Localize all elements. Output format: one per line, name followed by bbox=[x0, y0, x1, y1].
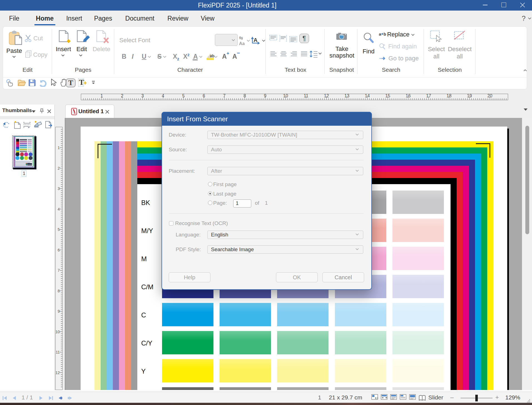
svg-text:ab: ab bbox=[210, 54, 214, 58]
svg-text:6: 6 bbox=[58, 248, 60, 252]
svg-text:13: 13 bbox=[344, 94, 349, 98]
svg-text:7: 7 bbox=[58, 268, 60, 273]
svg-text:14: 14 bbox=[365, 94, 370, 98]
svg-text:5: 5 bbox=[182, 94, 185, 98]
svg-text:9: 9 bbox=[264, 94, 267, 98]
svg-text:10: 10 bbox=[283, 94, 288, 98]
svg-text:12: 12 bbox=[324, 94, 329, 98]
svg-text:4: 4 bbox=[58, 207, 60, 211]
svg-text:9: 9 bbox=[58, 309, 60, 313]
svg-text:3: 3 bbox=[58, 186, 60, 191]
svg-text:1: 1 bbox=[58, 145, 60, 150]
svg-text:7: 7 bbox=[223, 94, 226, 98]
svg-text:12: 12 bbox=[56, 371, 60, 375]
svg-text:10: 10 bbox=[56, 330, 60, 334]
svg-text:3: 3 bbox=[141, 94, 144, 98]
svg-text:2: 2 bbox=[121, 94, 123, 98]
svg-text:8: 8 bbox=[243, 94, 246, 98]
svg-text:8: 8 bbox=[58, 289, 60, 293]
svg-text:6: 6 bbox=[203, 94, 205, 98]
svg-text:5: 5 bbox=[58, 227, 60, 232]
svg-text:1: 1 bbox=[101, 94, 103, 98]
svg-text:4: 4 bbox=[162, 94, 164, 98]
svg-text:b: b bbox=[384, 32, 386, 36]
svg-text:20: 20 bbox=[488, 94, 493, 98]
svg-text:11: 11 bbox=[304, 94, 309, 98]
svg-text:2: 2 bbox=[58, 166, 60, 171]
svg-text:15: 15 bbox=[385, 94, 390, 98]
svg-text:16: 16 bbox=[406, 94, 411, 98]
svg-text:18: 18 bbox=[447, 94, 452, 98]
svg-text:1:1: 1:1 bbox=[375, 397, 378, 399]
svg-text:11: 11 bbox=[56, 350, 60, 354]
svg-text:19: 19 bbox=[467, 94, 472, 98]
svg-text:17: 17 bbox=[426, 94, 431, 98]
svg-text:A: A bbox=[253, 37, 257, 43]
svg-text:a: a bbox=[379, 32, 381, 36]
